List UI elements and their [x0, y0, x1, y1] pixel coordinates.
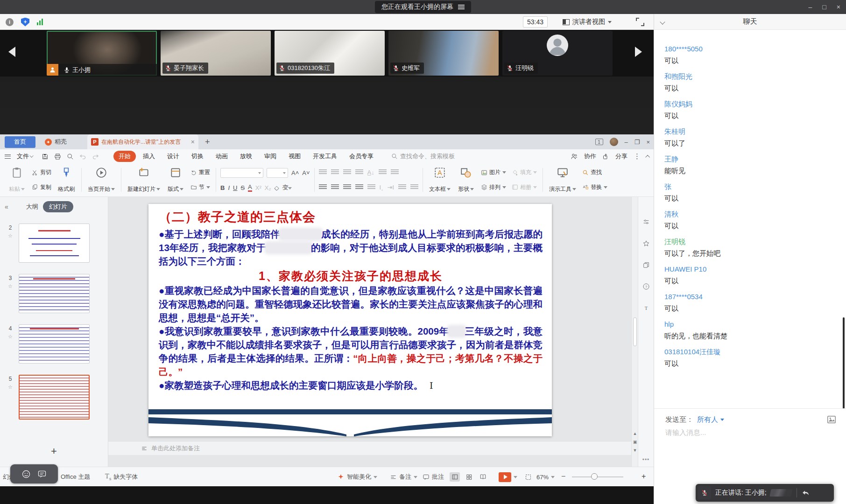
help-icon[interactable]: [642, 283, 650, 290]
maximize-button[interactable]: □: [822, 3, 826, 11]
text-effects-button[interactable]: 变: [282, 183, 292, 192]
redo-icon[interactable]: [92, 153, 99, 160]
copy-button[interactable]: 复制: [30, 183, 53, 192]
highlight-button[interactable]: ◇: [274, 184, 279, 191]
print-icon[interactable]: [54, 153, 61, 160]
next-slide-button[interactable]: ▼: [632, 447, 638, 454]
paste-button[interactable]: 粘贴: [6, 165, 28, 195]
columns-icon[interactable]: [391, 169, 399, 175]
picture-button[interactable]: 图片: [479, 168, 508, 177]
slide-thumbnail[interactable]: [19, 324, 90, 364]
fill-button[interactable]: 填充: [510, 168, 538, 177]
new-tab-button[interactable]: +: [205, 137, 210, 147]
share-icon[interactable]: [602, 153, 609, 160]
sidebar-more-icon[interactable]: •••: [638, 456, 654, 463]
view-mode-dropdown[interactable]: 演讲者视图: [563, 16, 612, 28]
zoom-in-button[interactable]: +: [642, 472, 646, 481]
reset-button[interactable]: 重置: [189, 168, 212, 177]
ribbon-tab-1[interactable]: 插入: [138, 151, 160, 162]
collaborate-button[interactable]: 协作: [584, 152, 596, 161]
tab-slides[interactable]: 幻灯片: [43, 201, 73, 212]
tab-outline[interactable]: 大纲: [26, 203, 38, 211]
textbox-button[interactable]: 文本框: [427, 165, 452, 195]
fullscreen-button[interactable]: [636, 18, 644, 26]
slide-thumbnail[interactable]: [19, 375, 90, 420]
play-options-icon[interactable]: [514, 476, 517, 478]
slide-sorter-view-button[interactable]: [464, 472, 474, 482]
chat-sender-name[interactable]: 王静: [664, 154, 839, 164]
ribbon-tab-9[interactable]: 会员专享: [344, 151, 379, 162]
chat-sender-name[interactable]: 031810104汪佳璇: [664, 347, 839, 357]
increase-indent-icon[interactable]: [355, 169, 363, 175]
presentation-tools-button[interactable]: 演示工具: [547, 165, 578, 195]
new-slide-button[interactable]: 新建幻灯片: [126, 165, 162, 195]
chat-sender-name[interactable]: 张: [664, 182, 839, 191]
font-size-select[interactable]: [267, 168, 288, 178]
replace-button[interactable]: 替换: [581, 183, 609, 192]
vertical-text-icon[interactable]: I˱: [380, 184, 383, 191]
justify-icon[interactable]: [355, 184, 363, 190]
chat-message-list[interactable]: 180****5050可以和煦阳光可以陈仪妈妈可以朱桂明可以了王静能听见张可以清…: [654, 30, 846, 394]
strikethrough-button[interactable]: S: [240, 184, 245, 191]
normal-view-button[interactable]: [450, 472, 460, 482]
numbered-list-icon[interactable]: [331, 169, 339, 175]
participant-video[interactable]: 史维军: [388, 31, 499, 76]
undo-icon[interactable]: [79, 153, 86, 160]
chat-sender-name[interactable]: 陈仪妈妈: [664, 99, 839, 109]
slide-scrollbar[interactable]: ▲ ▣ ▼: [631, 197, 638, 467]
cut-button[interactable]: 剪切: [30, 168, 53, 177]
more-menu-icon[interactable]: ⋮: [634, 152, 641, 161]
play-from-page-button[interactable]: 当页开始: [86, 165, 117, 195]
toast-muted-mic-icon[interactable]: [698, 486, 711, 499]
meeting-info-icon[interactable]: i: [6, 18, 14, 26]
decrease-indent-icon[interactable]: [343, 169, 351, 175]
superscript-button[interactable]: X²: [255, 184, 261, 191]
format-painter-button[interactable]: 格式刷: [56, 165, 77, 195]
notes-toggle-button[interactable]: 备注: [390, 467, 417, 487]
minimize-button[interactable]: –: [809, 3, 812, 11]
bullet-list-icon[interactable]: [319, 169, 327, 175]
collapse-panel-icon[interactable]: «: [5, 203, 8, 210]
align-right-icon[interactable]: [343, 184, 351, 190]
chat-sender-name[interactable]: hlp: [664, 319, 839, 329]
slide-thumbnail-row[interactable]: 2☆: [0, 224, 108, 263]
banner-menu-icon[interactable]: [458, 5, 465, 9]
underline-button[interactable]: U: [233, 184, 237, 191]
scroll-right-arrow[interactable]: [635, 47, 642, 57]
ribbon-tab-6[interactable]: 审阅: [259, 151, 282, 162]
chat-input[interactable]: [665, 428, 837, 436]
section-button[interactable]: 节: [189, 183, 212, 192]
theme-label[interactable]: Office 主题: [61, 467, 90, 487]
font-color-button[interactable]: A: [248, 183, 252, 192]
scroll-left-arrow[interactable]: [8, 47, 15, 57]
tab-document[interactable]: P 在南航自动化学...讲堂"上的发言 ×: [87, 134, 198, 149]
collaborate-icon[interactable]: [571, 153, 578, 160]
tab-home[interactable]: 首页: [5, 136, 35, 148]
decrease-font-icon[interactable]: A˅: [302, 169, 310, 176]
slideshow-play-button[interactable]: [499, 472, 511, 482]
ribbon-tab-2[interactable]: 设计: [162, 151, 184, 162]
bold-button[interactable]: B: [220, 184, 225, 191]
ribbon-tab-5[interactable]: 放映: [235, 151, 257, 162]
tab-docer[interactable]: ✦ 稻壳: [38, 134, 73, 149]
paragraph-tools-icon[interactable]: [398, 184, 406, 190]
chat-sender-name[interactable]: 和煦阳光: [664, 71, 839, 81]
participant-video[interactable]: 晏子翔家长: [161, 31, 271, 76]
shapes-button[interactable]: 形状: [455, 165, 477, 195]
participant-video[interactable]: 王小拥: [47, 31, 157, 76]
notes-bar[interactable]: 单击此处添加备注: [108, 441, 631, 455]
tab-close-icon[interactable]: ×: [191, 138, 195, 146]
watching-banner[interactable]: 您正在观看王小拥的屏幕: [375, 1, 471, 13]
reading-view-button[interactable]: [478, 472, 488, 482]
main-menu-icon[interactable]: [5, 154, 11, 159]
account-avatar[interactable]: [610, 138, 618, 146]
arrange-button[interactable]: 排列: [479, 183, 508, 192]
ribbon-tab-0[interactable]: 开始: [113, 151, 136, 162]
slide-thumbnail[interactable]: [19, 274, 90, 313]
add-slide-button[interactable]: +: [0, 445, 108, 457]
align-center-icon[interactable]: [331, 184, 339, 190]
chat-collapse-icon[interactable]: [660, 19, 665, 24]
chat-bubble-icon[interactable]: [37, 469, 47, 479]
send-to-dropdown[interactable]: 所有人: [697, 415, 724, 424]
slide-thumbnail-row[interactable]: 3☆: [0, 274, 108, 313]
